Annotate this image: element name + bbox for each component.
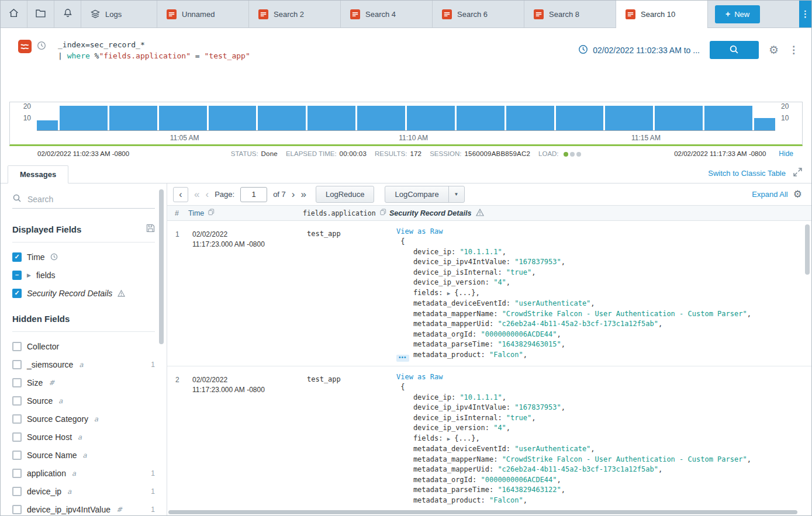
session-value: 1560009ABB859AC2 [465, 150, 531, 157]
message-rows: 102/02/202211:17:23.000 AM -0800test_app… [167, 221, 811, 515]
field-checkbox[interactable] [12, 342, 22, 351]
tab-overflow-button[interactable]: ⋮ [799, 1, 811, 27]
json-comma: , [502, 393, 506, 401]
expand-caret-icon[interactable]: ▶ [27, 272, 31, 278]
histogram-bar[interactable] [357, 106, 405, 130]
run-search-button[interactable] [710, 41, 759, 59]
json-key: metadata_mapperUid: [396, 320, 497, 328]
field-checkbox[interactable] [12, 378, 22, 387]
tab-logs[interactable]: Logs [81, 1, 157, 27]
next-page-button[interactable]: › [292, 189, 295, 199]
first-page-button[interactable]: « [194, 189, 199, 199]
histogram-bar[interactable] [60, 106, 108, 130]
field-row-device_ip_ipv4intvalue: device_ip_ipv4IntValue#1 [12, 500, 155, 515]
field-checkbox[interactable] [12, 451, 22, 460]
field-checkbox[interactable] [12, 505, 22, 514]
logreduce-button[interactable]: LogReduce [316, 186, 375, 203]
field-checkbox[interactable]: – [12, 271, 22, 280]
histogram-bar[interactable] [159, 106, 207, 130]
sidebar-scrollbar[interactable] [159, 189, 164, 344]
view-as-raw-link[interactable]: View as Raw [396, 372, 443, 382]
logcompare-button[interactable]: LogCompare [385, 186, 448, 202]
json-comma: , [747, 310, 751, 318]
kebab-icon[interactable]: ⋮ [789, 45, 799, 55]
histogram-bar[interactable] [704, 106, 752, 130]
field-checkbox[interactable] [12, 360, 22, 369]
expand-panel-icon[interactable] [793, 168, 802, 179]
column-header-details[interactable]: Security Record Details [389, 209, 803, 218]
tab-unnamed[interactable]: Unnamed [157, 1, 249, 27]
new-tab-button[interactable]: + New [715, 5, 760, 23]
histogram-bar[interactable] [655, 106, 703, 130]
library-button[interactable] [27, 1, 54, 27]
tab-label: Search 8 [549, 10, 579, 19]
histogram-bar[interactable] [506, 106, 554, 130]
copy-icon[interactable] [208, 209, 215, 217]
results-horizontal-scrollbar[interactable] [168, 510, 797, 514]
row-app-cell[interactable]: test_app [303, 366, 389, 515]
histogram-bar[interactable] [109, 106, 157, 130]
histogram-bar[interactable] [407, 106, 455, 130]
home-button[interactable] [1, 1, 27, 27]
column-header-time[interactable]: Time [188, 209, 303, 217]
hidden-fields-list: Collector_siemsourcea1Size#SourceaSource… [1, 337, 167, 515]
folder-icon [36, 9, 46, 20]
last-page-button[interactable]: » [300, 189, 306, 199]
histogram-bar[interactable] [209, 106, 257, 130]
json-key: metadata_mapperUid: [396, 465, 497, 473]
json-line: metadata_mapperUid: "c26eb2a4-4b11-45a2-… [396, 465, 806, 475]
field-checkbox[interactable] [12, 396, 22, 406]
column-header-app[interactable]: fields.application [303, 209, 389, 217]
tab-search-4[interactable]: Search 4 [341, 1, 433, 27]
histogram-bar[interactable] [37, 120, 58, 130]
tab-messages[interactable]: Messages [8, 165, 68, 183]
histogram-bar[interactable] [457, 106, 505, 130]
tab-bar: LogsUnnamedSearch 2Search 4Search 6Searc… [1, 1, 811, 28]
field-count: 1 [151, 469, 155, 477]
row-app-cell[interactable]: test_app [303, 221, 389, 366]
tab-search-8[interactable]: Search 8 [524, 1, 616, 27]
tab-search-2[interactable]: Search 2 [249, 1, 341, 27]
gear-icon[interactable]: ⚙ [793, 189, 802, 199]
expand-more-button[interactable]: ••• [396, 355, 409, 362]
prev-page-button[interactable]: ‹ [205, 189, 209, 199]
field-checkbox[interactable] [12, 432, 22, 442]
page-number-input[interactable] [240, 187, 267, 202]
expand-all-link[interactable]: Expand All [752, 190, 787, 199]
time-range-label: 02/02/2022 11:02:33 AM to ... [593, 46, 700, 55]
histogram-bar[interactable] [754, 118, 775, 130]
copy-icon[interactable] [380, 209, 386, 217]
status-value: Done [261, 150, 278, 157]
notifications-button[interactable] [54, 1, 81, 27]
collapse-sidebar-button[interactable]: ‹ [173, 187, 188, 202]
time-range-picker[interactable]: 02/02/2022 11:02:33 AM to ... [578, 44, 700, 56]
save-fields-icon[interactable] [146, 224, 155, 234]
table-row: 202/02/202211:17:23.000 AM -0800test_app… [167, 366, 811, 515]
histogram-bar[interactable] [307, 106, 355, 130]
hide-histogram-link[interactable]: Hide [779, 150, 793, 158]
gear-icon[interactable]: ⚙ [769, 44, 779, 56]
field-type-hint: a [78, 433, 82, 441]
field-checkbox[interactable] [12, 487, 22, 496]
query-editor[interactable]: _index=sec_record_* | where %"fields.app… [58, 38, 571, 61]
histogram-bar[interactable] [556, 106, 604, 130]
json-line: metadata_parseTime: "1643829463122", [396, 485, 806, 496]
histogram-bar[interactable] [605, 106, 653, 130]
field-checkbox[interactable]: ✓ [12, 252, 22, 262]
scheduled-clock-icon [37, 40, 46, 56]
json-key: device_ip_version: [396, 424, 493, 432]
tab-search-6[interactable]: Search 6 [433, 1, 524, 27]
view-as-raw-link[interactable]: View as Raw [396, 226, 443, 237]
field-search-input[interactable] [27, 195, 155, 204]
results-vertical-scrollbar[interactable] [805, 224, 810, 275]
switch-to-classic-table-link[interactable]: Switch to Classic Table [708, 169, 786, 178]
sumo-logo-icon [18, 40, 32, 56]
page-count-label: of 7 [273, 190, 286, 199]
histogram-bar[interactable] [258, 106, 306, 130]
field-checkbox[interactable] [12, 469, 22, 478]
logcompare-dropdown-button[interactable]: ▼ [448, 186, 464, 202]
row-time-cell: 02/02/202211:17:23.000 AM -0800 [188, 221, 303, 366]
field-checkbox[interactable]: ✓ [12, 289, 22, 298]
tab-search-10[interactable]: Search 10 [616, 1, 708, 27]
field-checkbox[interactable] [12, 414, 22, 424]
